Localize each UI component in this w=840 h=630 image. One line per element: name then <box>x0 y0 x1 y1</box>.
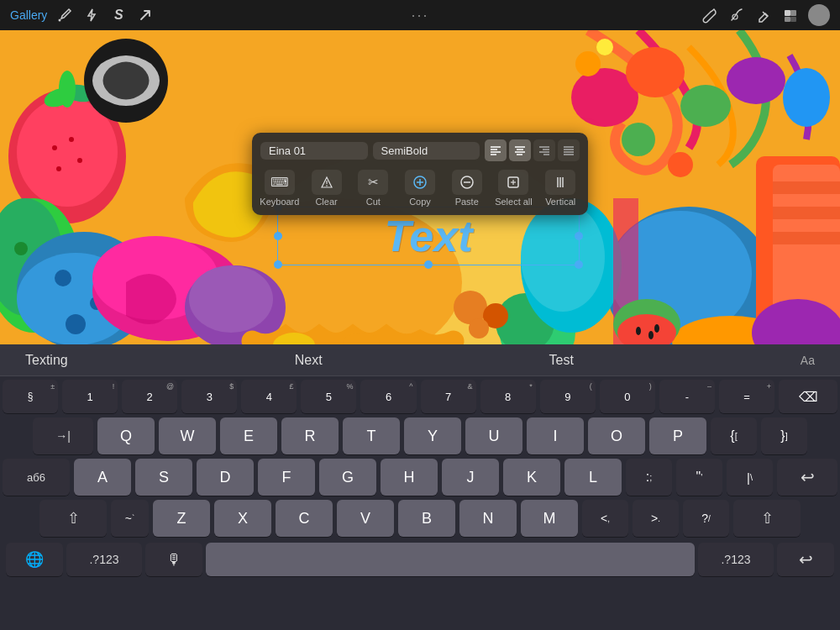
handle-right-middle[interactable] <box>575 232 583 240</box>
key-8[interactable]: *8 <box>480 380 536 413</box>
align-justify-button[interactable] <box>558 139 580 161</box>
key-b[interactable]: B <box>398 500 455 537</box>
shift-right-key[interactable]: ⇧ <box>733 500 801 537</box>
key-0[interactable]: )0 <box>600 380 655 413</box>
smudge-icon[interactable]: S <box>109 6 128 24</box>
key-g[interactable]: G <box>319 459 376 496</box>
keyboard-action-button[interactable]: ⌨ Keyboard <box>257 166 302 210</box>
predictive-word-1[interactable]: Texting <box>25 353 68 368</box>
key-z[interactable]: Z <box>153 500 210 537</box>
key-p[interactable]: P <box>649 417 706 454</box>
canvas-text[interactable]: Text <box>385 211 473 261</box>
font-name-selector[interactable]: Eina 01 <box>260 142 368 160</box>
tab-key[interactable]: →| <box>33 417 93 454</box>
num123-right-key[interactable]: .?123 <box>698 543 774 576</box>
gallery-button[interactable]: Gallery <box>10 8 47 22</box>
microphone-key[interactable]: 🎙 <box>145 543 202 576</box>
num123-left-key[interactable]: .?123 <box>66 543 142 576</box>
key-v[interactable]: V <box>337 500 394 537</box>
delete-key[interactable]: ⌫ <box>779 380 837 413</box>
return-key[interactable]: ↩ <box>777 459 837 496</box>
pencil-icon[interactable] <box>55 6 74 24</box>
aa-button[interactable]: Aa <box>801 354 815 367</box>
key-4[interactable]: £4 <box>241 380 297 413</box>
handle-bottom-middle[interactable] <box>424 260 433 269</box>
key-k[interactable]: K <box>503 459 560 496</box>
key-y[interactable]: Y <box>404 417 461 454</box>
align-right-button[interactable] <box>533 139 555 161</box>
handle-left-middle[interactable] <box>274 232 282 240</box>
svg-point-13 <box>77 158 82 163</box>
keyboard-return-key[interactable]: ↩ <box>777 543 834 576</box>
smear-icon[interactable] <box>727 6 746 24</box>
key-1[interactable]: !1 <box>62 380 118 413</box>
svg-point-19 <box>0 198 80 333</box>
cut-action-button[interactable]: ✂ Cut <box>350 166 396 210</box>
key-f[interactable]: F <box>258 459 315 496</box>
clear-action-button[interactable]: Clear <box>304 166 349 210</box>
select-all-action-button[interactable]: Select all <box>491 166 537 210</box>
text-element[interactable]: Text <box>277 207 580 265</box>
globe-key[interactable]: 🌐 <box>6 543 63 576</box>
key-7[interactable]: &7 <box>421 380 476 413</box>
font-weight-selector[interactable]: SemiBold <box>373 142 480 160</box>
key-bracket-close[interactable]: }] <box>761 417 807 454</box>
align-center-button[interactable] <box>509 139 531 161</box>
key-quote[interactable]: "' <box>676 459 722 496</box>
key-2[interactable]: @2 <box>122 380 177 413</box>
predictive-word-3[interactable]: Test <box>549 353 574 368</box>
key-5[interactable]: %5 <box>301 380 356 413</box>
capslock-key[interactable]: аб6 <box>3 459 70 496</box>
key-w[interactable]: W <box>159 417 216 454</box>
key-9[interactable]: (9 <box>540 380 596 413</box>
copy-action-button[interactable]: Copy <box>397 166 443 210</box>
key-semicolon[interactable]: :; <box>626 459 672 496</box>
key-u[interactable]: U <box>465 417 522 454</box>
key-6[interactable]: ^6 <box>360 380 416 413</box>
canvas-background[interactable]: Text Eina 01 SemiBold <box>0 30 840 349</box>
key-question[interactable]: ?/ <box>683 500 729 537</box>
vertical-action-button[interactable]: Vertical <box>538 166 583 210</box>
key-equals[interactable]: += <box>719 380 774 413</box>
predictive-word-2[interactable]: Next <box>295 353 323 368</box>
key-a[interactable]: A <box>74 459 131 496</box>
key-r[interactable]: R <box>281 417 339 454</box>
key-s[interactable]: S <box>135 459 192 496</box>
key-d[interactable]: D <box>197 459 254 496</box>
key-h[interactable]: H <box>381 459 438 496</box>
handle-bottom-left[interactable] <box>274 260 282 269</box>
key-t[interactable]: T <box>343 417 400 454</box>
svg-point-35 <box>680 85 731 127</box>
key-i[interactable]: I <box>527 417 584 454</box>
key-c[interactable]: C <box>276 500 333 537</box>
eraser-icon[interactable] <box>754 6 773 24</box>
key-3[interactable]: $3 <box>181 380 237 413</box>
space-key[interactable] <box>206 543 695 576</box>
handle-bottom-right[interactable] <box>575 260 583 269</box>
key-q[interactable]: Q <box>97 417 155 454</box>
align-left-button[interactable] <box>485 139 507 161</box>
flash-icon[interactable] <box>82 6 101 24</box>
key-e[interactable]: E <box>220 417 277 454</box>
layers-icon[interactable] <box>781 6 800 24</box>
key-o[interactable]: O <box>588 417 645 454</box>
key-backslash[interactable]: |\ <box>727 459 773 496</box>
user-avatar[interactable] <box>808 4 830 26</box>
key-tilde[interactable]: ~` <box>111 500 149 537</box>
key-minus[interactable]: –- <box>659 380 715 413</box>
key-less-than[interactable]: <, <box>582 500 628 537</box>
shift-left-key[interactable]: ⇧ <box>39 500 107 537</box>
key-plus-minus[interactable]: ±§ <box>3 380 58 413</box>
key-bracket-open[interactable]: {[ <box>711 417 757 454</box>
paste-action-button[interactable]: Paste <box>444 166 490 210</box>
more-options-button[interactable]: ··· <box>411 7 428 24</box>
key-greater-than[interactable]: >. <box>633 500 679 537</box>
key-m[interactable]: M <box>521 500 578 537</box>
brush-icon[interactable] <box>701 6 719 24</box>
bottom-bar: 🌐 .?123 🎙 .?123 ↩ <box>3 541 837 580</box>
arrow-icon[interactable] <box>136 6 155 24</box>
key-n[interactable]: N <box>459 500 517 537</box>
key-x[interactable]: X <box>214 500 271 537</box>
key-j[interactable]: J <box>442 459 499 496</box>
key-l[interactable]: L <box>564 459 622 496</box>
